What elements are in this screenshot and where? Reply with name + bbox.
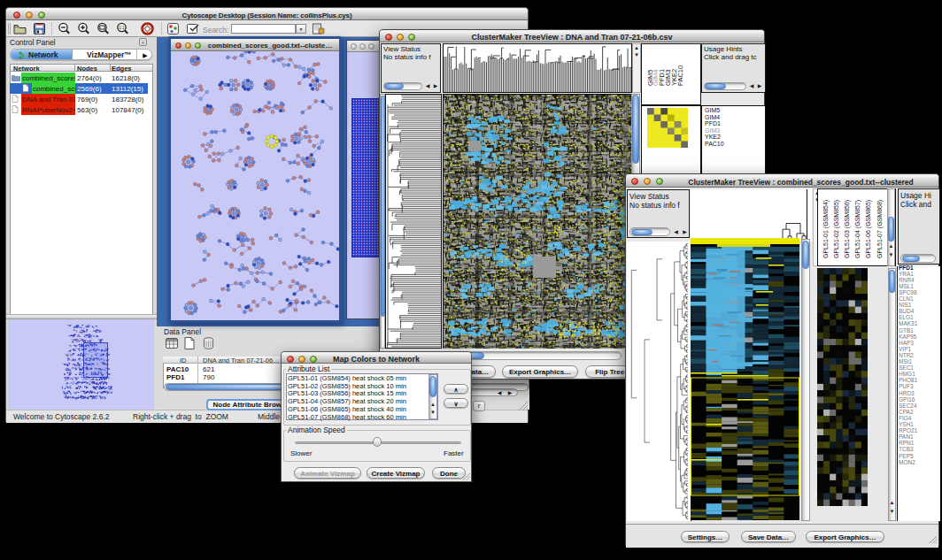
svg-text:1:1: 1:1 (119, 26, 125, 30)
